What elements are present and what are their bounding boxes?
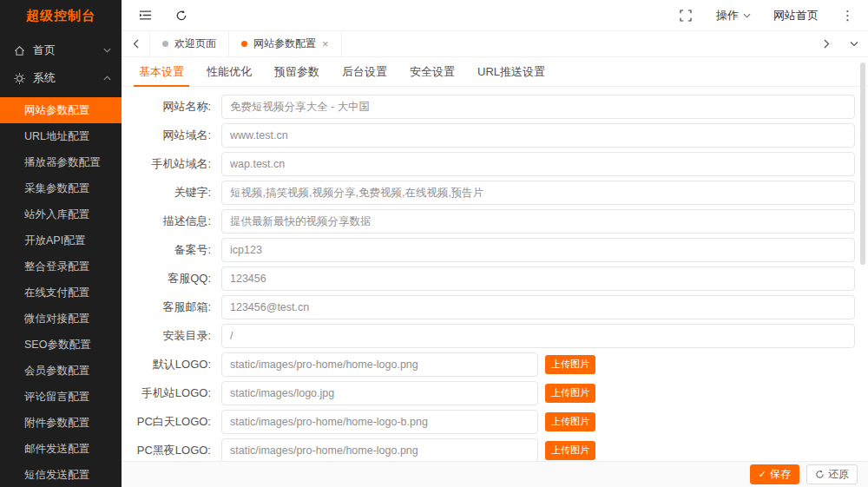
sidebar-subitem[interactable]: 评论留言配置 — [0, 384, 122, 410]
sidebar-subitem-label: 邮件发送配置 — [24, 443, 89, 455]
settings-tab[interactable]: 后台设置 — [342, 57, 387, 86]
field-input[interactable] — [221, 123, 855, 148]
field-label: 手机站LOGO: — [124, 385, 211, 401]
field-input[interactable] — [221, 410, 538, 434]
page-tabs: 欢迎页面 网站参数配置 × — [149, 31, 812, 56]
topbar-right: 操作 网站首页 ⋮ — [678, 8, 854, 23]
field-label: 描述信息: — [124, 214, 211, 229]
settings-tab-label: URL推送设置 — [477, 64, 545, 80]
field-input[interactable] — [221, 381, 538, 405]
sidebar-subitem-label: 短信发送配置 — [24, 469, 89, 481]
form-row: 网站名称: — [124, 95, 855, 119]
field-label: 安装目录: — [124, 328, 211, 344]
sidebar-subitem[interactable]: 采集参数配置 — [0, 175, 122, 201]
field-input[interactable] — [221, 209, 855, 234]
form-row: 关键字: — [124, 181, 855, 205]
sidebar-subitem-label: 网站参数配置 — [24, 104, 89, 116]
field-input[interactable] — [221, 238, 855, 262]
page-tab[interactable]: 欢迎页面 — [149, 31, 229, 56]
action-label: 操作 — [716, 8, 739, 23]
settings-tabs: 基本设置 性能优化 预留参数 后台设置 安全设置 URL推送设置 — [122, 57, 868, 87]
field-label: 手机站域名: — [124, 156, 211, 172]
settings-tab-label: 预留参数 — [274, 64, 319, 80]
sidebar-subitem-label: URL地址配置 — [24, 130, 89, 142]
form-row: 客服邮箱: — [124, 295, 855, 319]
vertical-scrollbar[interactable] — [860, 63, 865, 265]
tabs-menu-icon[interactable] — [840, 31, 868, 56]
sidebar-subitem[interactable]: 整合登录配置 — [0, 253, 122, 280]
sidebar-item-label: 首页 — [33, 43, 103, 58]
field-label: 网站域名: — [124, 128, 211, 143]
sidebar-subitem[interactable]: 在线支付配置 — [0, 280, 122, 306]
upload-image-button[interactable]: 上传图片 — [545, 384, 595, 402]
reset-button[interactable]: 还原 — [806, 464, 858, 485]
sidebar-subitem[interactable]: 微信对接配置 — [0, 306, 122, 332]
sidebar-subitem[interactable]: 短信发送配置 — [0, 462, 122, 487]
sidebar-subitem-label: 附件参数配置 — [24, 417, 89, 429]
sidebar-subitem[interactable]: 播放器参数配置 — [0, 149, 122, 175]
save-button[interactable]: ✓ 保存 — [750, 464, 799, 485]
sidebar-item-label: 系统 — [33, 70, 103, 86]
sidebar-subitem-label: 在线支付配置 — [24, 286, 89, 299]
tabs-scroll-left-icon[interactable] — [122, 31, 149, 56]
form-row: 安装目录: — [124, 324, 855, 348]
sidebar-subitem[interactable]: 附件参数配置 — [0, 410, 122, 436]
chevron-down-icon — [103, 48, 111, 53]
sidebar-menu: 首页 系统 网站参数配置 URL地址配置 播放器参数配置 采集参数配置 站外入库… — [0, 36, 122, 487]
field-input[interactable] — [221, 267, 855, 291]
field-label: 客服QQ: — [124, 271, 211, 286]
field-input[interactable] — [221, 95, 855, 119]
settings-tab[interactable]: URL推送设置 — [477, 57, 545, 86]
settings-tab[interactable]: 性能优化 — [207, 57, 252, 86]
topbar: 操作 网站首页 ⋮ — [122, 0, 868, 31]
tab-status-dot — [162, 41, 168, 47]
sidebar-subitem-label: 整合登录配置 — [24, 260, 89, 273]
form-row: PC黑夜LOGO: 上传图片 — [124, 438, 855, 461]
field-input[interactable] — [221, 438, 538, 461]
field-input[interactable] — [221, 352, 538, 377]
upload-image-button[interactable]: 上传图片 — [545, 412, 595, 431]
sidebar-item-home[interactable]: 首页 — [0, 36, 122, 64]
sidebar-subitem[interactable]: SEO参数配置 — [0, 332, 122, 358]
form-row: 备案号: — [124, 238, 855, 262]
settings-tab[interactable]: 安全设置 — [410, 57, 455, 86]
page-tab[interactable]: 网站参数配置 × — [229, 31, 342, 56]
tab-status-dot — [241, 41, 247, 47]
fullscreen-icon[interactable] — [678, 8, 694, 23]
sidebar-subitem-label: 评论留言配置 — [24, 391, 89, 403]
chevron-down-icon — [743, 13, 751, 18]
sidebar-item-system[interactable]: 系统 — [0, 64, 122, 92]
close-icon[interactable]: × — [322, 38, 329, 49]
action-dropdown[interactable]: 操作 — [716, 8, 751, 23]
sidebar-subitem[interactable]: 开放API配置 — [0, 227, 122, 253]
field-input[interactable] — [221, 324, 855, 348]
settings-tab[interactable]: 预留参数 — [274, 57, 319, 86]
sidebar-subitem[interactable]: 邮件发送配置 — [0, 436, 122, 462]
kebab-icon[interactable]: ⋮ — [841, 9, 854, 22]
field-label: PC白天LOGO: — [124, 414, 211, 430]
site-home-link[interactable]: 网站首页 — [773, 8, 819, 23]
sidebar-subitem[interactable]: URL地址配置 — [0, 123, 122, 149]
sidebar-submenu: 网站参数配置 URL地址配置 播放器参数配置 采集参数配置 站外入库配置 开放A… — [0, 92, 122, 487]
settings-tab[interactable]: 基本设置 — [139, 57, 184, 86]
field-label: PC黑夜LOGO: — [124, 443, 211, 458]
settings-form: 网站名称: 网站域名: 手机站域名: 关键字: 描述信息: 备案号: 客服QQ:… — [122, 87, 868, 461]
sidebar-subitem-label: 会员参数配置 — [24, 365, 89, 377]
sidebar-subitem[interactable]: 站外入库配置 — [0, 201, 122, 227]
upload-image-button[interactable]: 上传图片 — [545, 441, 595, 459]
refresh-icon[interactable] — [174, 8, 189, 23]
tabs-scroll-right-icon[interactable] — [812, 31, 840, 56]
field-input[interactable] — [221, 181, 855, 205]
upload-image-button[interactable]: 上传图片 — [545, 355, 595, 373]
field-input[interactable] — [221, 152, 855, 176]
sidebar-subitem-label: SEO参数配置 — [24, 339, 90, 351]
sidebar-subitem[interactable]: 网站参数配置 — [0, 97, 122, 123]
field-input[interactable] — [221, 295, 855, 319]
chevron-up-icon — [103, 76, 111, 81]
sidebar-subitem-label: 播放器参数配置 — [24, 156, 101, 168]
sidebar: 超级控制台 首页 系统 网站参数配置 — [0, 0, 122, 487]
form-row: 手机站域名: — [124, 152, 855, 176]
field-label: 客服邮箱: — [124, 299, 211, 315]
sidebar-subitem[interactable]: 会员参数配置 — [0, 358, 122, 384]
collapse-sidebar-icon[interactable] — [137, 8, 153, 23]
